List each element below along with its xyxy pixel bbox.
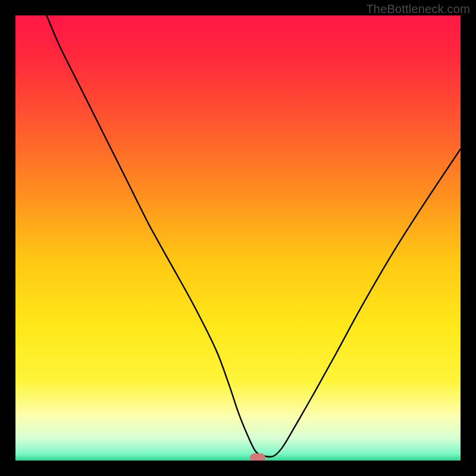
chart-frame: TheBottleneck.com xyxy=(0,0,476,476)
watermark-text: TheBottleneck.com xyxy=(366,2,470,16)
bottleneck-curve xyxy=(15,15,461,461)
plot-area xyxy=(15,15,461,461)
optimal-marker xyxy=(250,453,265,461)
